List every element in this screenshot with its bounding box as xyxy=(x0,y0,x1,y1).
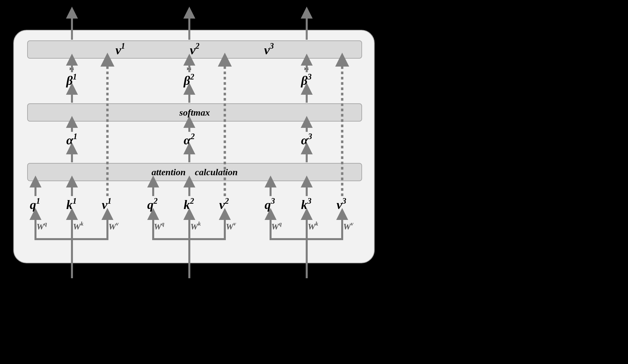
Wk1-label: Wk xyxy=(73,222,84,231)
attention-label: attention calculation xyxy=(152,167,238,178)
output-v2-label: v2 xyxy=(190,43,199,56)
q1-label: q1 xyxy=(30,198,40,211)
attention-calculation-box: attention calculation xyxy=(27,163,362,181)
beta1-label: β1 xyxy=(66,74,77,87)
Wv2-label: Wv xyxy=(226,222,236,231)
alpha2-label: α2 xyxy=(184,133,195,146)
output-value-box: v1 v2 v3 xyxy=(27,40,362,59)
Wv3-label: Wv xyxy=(343,222,353,231)
q3-label: q3 xyxy=(265,198,275,211)
v1-label: v1 xyxy=(102,198,111,211)
Wq3-label: Wq xyxy=(271,222,282,231)
attention-diagram-container: v1 v2 v3 softmax attention calculation *… xyxy=(13,30,375,263)
output-v3-label: v3 xyxy=(264,43,274,56)
beta3-label: β3 xyxy=(301,74,312,87)
Wq1-label: Wq xyxy=(36,222,47,231)
Wk2-label: Wk xyxy=(190,222,201,231)
output-v1-label: v1 xyxy=(115,43,125,56)
v2-label: v2 xyxy=(219,198,229,211)
beta2-label: β2 xyxy=(184,74,194,87)
Wq2-label: Wq xyxy=(154,222,164,231)
softmax-box: softmax xyxy=(27,103,362,122)
v3-label: v3 xyxy=(337,198,346,211)
Wv1-label: Wv xyxy=(108,222,119,231)
q2-label: q2 xyxy=(147,198,157,211)
k1-label: k1 xyxy=(66,198,77,211)
k3-label: k3 xyxy=(301,198,311,211)
k2-label: k2 xyxy=(184,198,194,211)
Wk3-label: Wk xyxy=(308,222,318,231)
alpha3-label: α3 xyxy=(301,133,312,146)
softmax-label: softmax xyxy=(179,107,210,118)
alpha1-label: α1 xyxy=(66,133,77,146)
